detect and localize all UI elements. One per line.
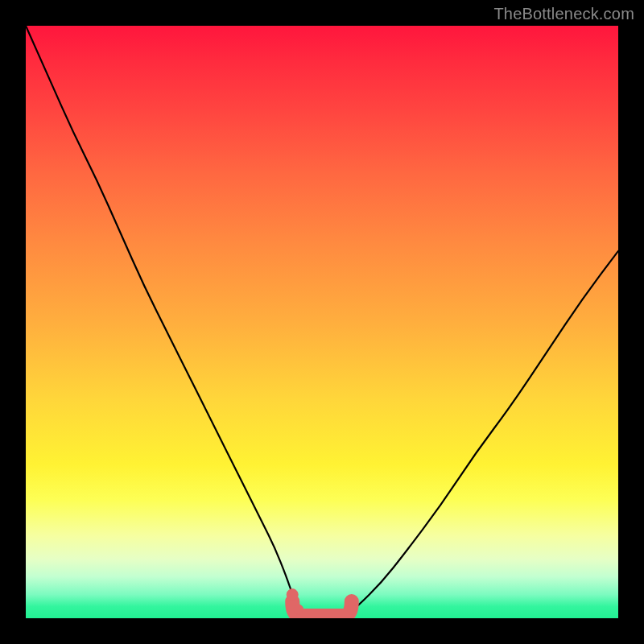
basin-marker — [287, 589, 298, 601]
bottleneck-curve — [26, 26, 618, 618]
plot-area — [26, 26, 618, 618]
basin-marker — [294, 605, 303, 614]
basin-marker — [347, 605, 357, 614]
chart-svg — [26, 26, 618, 618]
watermark-text: TheBottleneck.com — [493, 5, 634, 23]
chart-frame: TheBottleneck.com — [0, 0, 644, 644]
